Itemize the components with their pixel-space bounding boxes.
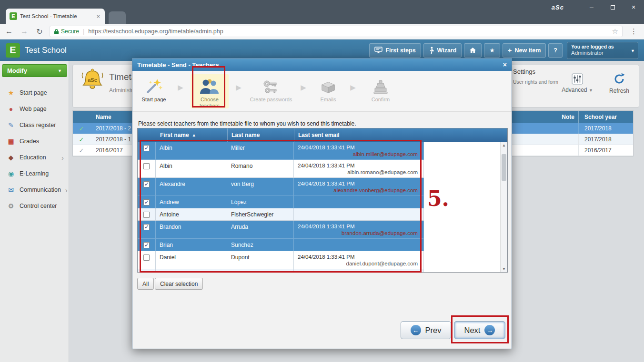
refresh-button[interactable]: Refresh (602, 68, 637, 99)
teacher-checkbox[interactable] (143, 242, 150, 248)
column-header-school-year[interactable]: School year (578, 111, 633, 123)
sidebar-item[interactable]: ◉ E-Learning (0, 166, 69, 182)
column-header-last-name[interactable]: Last name (227, 128, 294, 142)
secure-indicator[interactable]: Secure (54, 28, 79, 35)
scrollbar[interactable]: ▲ ▼ (500, 142, 507, 273)
logged-as-role: Administrator (571, 50, 629, 56)
chevron-down-icon: ▼ (58, 68, 62, 73)
close-button[interactable]: × (623, 0, 644, 14)
teacher-checkbox[interactable] (143, 224, 150, 230)
minimize-button[interactable]: – (581, 0, 602, 14)
step-confirm[interactable]: Confirm (363, 74, 398, 108)
teachers-group-icon (200, 78, 220, 95)
sidebar-item-label: E-Learning (20, 170, 49, 177)
logged-as-label: You are logged as (571, 44, 629, 49)
scroll-down-icon[interactable]: ▼ (501, 265, 507, 273)
teacher-checkbox[interactable] (143, 145, 150, 151)
grades-icon: ▦ (7, 137, 15, 145)
package-icon (319, 79, 337, 95)
sidebar-item[interactable]: ★ Start page (0, 85, 69, 101)
svg-text:aSc: aSc (88, 77, 97, 83)
sidebar-item[interactable]: ✉ Communication › (0, 182, 69, 198)
reload-button[interactable]: ↻ (34, 27, 45, 36)
next-button[interactable]: Next → (454, 321, 505, 339)
scroll-up-icon[interactable]: ▲ (501, 142, 507, 149)
bookmark-star-icon[interactable]: ☆ (612, 27, 618, 36)
address-bar[interactable]: Secure | https://testschool.edupage.org/… (50, 26, 623, 37)
advanced-button[interactable]: Advanced ▼ (560, 68, 595, 99)
modify-dropdown-button[interactable]: Modify ▼ (2, 64, 67, 77)
help-button[interactable]: ? (548, 43, 563, 58)
teacher-first-name: Brandon (156, 221, 227, 238)
favorites-button[interactable]: ★ (484, 43, 500, 58)
new-item-button[interactable]: + New item (503, 43, 546, 58)
settings-block[interactable]: Settings User rights and form (513, 68, 558, 85)
select-all-button[interactable]: All (137, 278, 154, 290)
sent-timestamp (298, 242, 423, 248)
window-titlebar: E Test School - Timetable × aSc – × (0, 0, 644, 24)
step-start-page[interactable]: Start page (137, 74, 171, 108)
sent-timestamp: 24/04/2018 1:33:41 PM (298, 254, 423, 261)
teacher-first-name: Andrew (156, 196, 227, 208)
sent-timestamp: 24/04/2018 1:33:41 PM (298, 181, 423, 187)
refresh-icon (613, 72, 626, 86)
step-choose-teachers[interactable]: Choose teachers (191, 74, 229, 108)
teacher-checkbox[interactable] (143, 163, 150, 169)
globe-icon: ● (7, 105, 15, 113)
clear-selection-button[interactable]: Clear selection (155, 278, 203, 290)
sidebar-item[interactable]: ▦ Grades (0, 133, 69, 149)
column-header-last-sent-email[interactable]: Last sent email (294, 128, 423, 142)
teacher-first-name: David (156, 269, 227, 273)
home-button[interactable] (464, 43, 482, 58)
pen-icon: ✎ (7, 121, 15, 129)
dialog-titlebar[interactable]: Timetable - Send - Teachers × (132, 59, 512, 71)
sidebar-item-label: Grades (20, 138, 39, 145)
teacher-row[interactable]: Antoine FisherSchwegler (138, 208, 424, 221)
wizard-button[interactable]: Wizard (423, 43, 462, 58)
column-header-first-name[interactable]: First name▲ (156, 128, 227, 142)
step-create-passwords[interactable]: Create passwords (249, 74, 293, 108)
teacher-row[interactable]: Brandon Arruda 24/04/2018 1:33:41 PM bra… (138, 221, 424, 239)
teacher-first-name: Brian (156, 239, 227, 251)
sidebar-item[interactable]: ● Web page (0, 101, 69, 117)
forward-button[interactable]: → (19, 27, 30, 36)
teacher-last-name: Romano (227, 160, 294, 177)
omnibox-divider: | (82, 28, 85, 35)
teacher-row[interactable]: Albin Miller 24/04/2018 1:33:41 PM albin… (138, 142, 424, 160)
scrollbar-thumb[interactable] (502, 154, 506, 181)
teacher-row[interactable]: Andrew López (138, 196, 424, 208)
teacher-row[interactable]: Daniel Dupont 24/04/2018 1:33:41 PM dani… (138, 251, 424, 269)
teacher-checkbox[interactable] (143, 199, 150, 205)
sent-email-address: daniel.dupont@edupage.com (298, 261, 423, 266)
teacher-row[interactable]: Alexandre von Berg 24/04/2018 1:33:41 PM… (138, 178, 424, 196)
teacher-row[interactable]: David Pereira 24/04/2018 1:33:41 PM (138, 269, 424, 273)
teacher-row[interactable]: Brian Sunchez (138, 239, 424, 251)
teacher-row[interactable]: Albin Romano 24/04/2018 1:33:41 PM albin… (138, 160, 424, 178)
teacher-last-sent-email (294, 196, 423, 208)
sidebar-item[interactable]: ⚙ Control center (0, 198, 69, 214)
teacher-checkbox[interactable] (143, 254, 150, 261)
back-button[interactable]: ← (4, 27, 14, 36)
url-text[interactable]: https://testschool.edupage.org/timetable… (88, 28, 609, 35)
teacher-checkbox[interactable] (143, 181, 150, 187)
maximize-button[interactable] (602, 0, 623, 14)
arrow-left-icon: ← (411, 325, 421, 335)
browser-menu-icon[interactable]: ⋮ (627, 27, 640, 36)
background-tab[interactable] (109, 11, 126, 24)
step-arrow-icon: ▶ (231, 83, 246, 92)
logged-in-user-menu[interactable]: You are logged as Administrator ▼ (567, 42, 638, 59)
sidebar-item[interactable]: ✎ Class register (0, 117, 69, 133)
step-emails[interactable]: Emails (313, 74, 343, 108)
prev-button[interactable]: ← Prev (401, 321, 451, 339)
sidebar-item[interactable]: ◆ Education › (0, 149, 69, 166)
sent-timestamp: 24/04/2018 1:33:41 PM (298, 224, 423, 230)
teachers-table-body: Albin Miller 24/04/2018 1:33:41 PM albin… (138, 142, 424, 273)
sent-email-address: alexandre.vonberg@edupage.com (298, 187, 423, 193)
tab-close-icon[interactable]: × (95, 13, 101, 20)
teacher-last-name: Dupont (227, 251, 294, 269)
browser-tab[interactable]: E Test School - Timetable × (6, 9, 105, 24)
teacher-last-sent-email: 24/04/2018 1:33:41 PM brandon.arruda@edu… (294, 221, 423, 238)
first-steps-button[interactable]: First steps (369, 43, 421, 58)
teacher-checkbox[interactable] (143, 212, 150, 218)
dialog-close-icon[interactable]: × (503, 61, 507, 68)
